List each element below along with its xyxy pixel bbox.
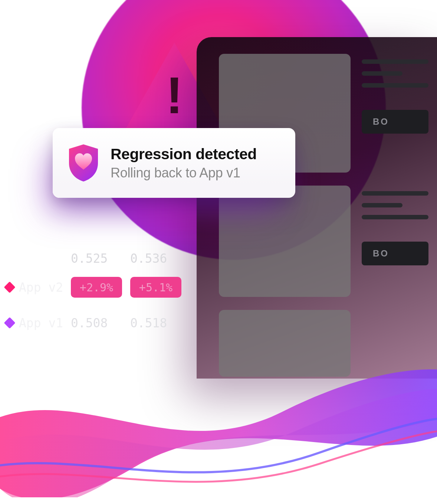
listing-image	[219, 310, 351, 377]
alert-subtitle: Rolling back to App v1	[111, 165, 257, 181]
metrics-table: 0.525 0.536 App v2 +2.9% +5.1% App v1 0.…	[3, 247, 190, 341]
metrics-row-app-v2: App v2 +2.9% +5.1%	[3, 269, 190, 305]
series-label: App v2	[19, 280, 71, 295]
placeholder-line	[362, 59, 428, 64]
placeholder-line	[362, 83, 428, 88]
metric-header: 0.536	[130, 251, 190, 266]
metric-value: 0.518	[130, 316, 190, 330]
series-marker-icon	[4, 281, 15, 293]
listing-meta: BO	[362, 59, 428, 134]
metric-header: 0.525	[71, 251, 130, 266]
book-button[interactable]: BO	[362, 242, 428, 265]
placeholder-line	[362, 203, 402, 207]
regression-alert-card: Regression detected Rolling back to App …	[53, 128, 295, 198]
app-mockup: BO BO	[197, 37, 437, 379]
alert-title: Regression detected	[111, 145, 257, 163]
series-marker-icon	[4, 317, 15, 328]
series-label: App v1	[19, 316, 71, 330]
shield-heart-icon	[68, 144, 99, 181]
listing-image	[219, 186, 351, 297]
delta-badge: +2.9%	[71, 277, 122, 298]
metrics-header-row: 0.525 0.536	[3, 247, 190, 269]
book-button[interactable]: BO	[362, 110, 428, 134]
svg-text:!: !	[166, 66, 183, 124]
placeholder-line	[362, 191, 428, 196]
metric-value: 0.508	[71, 316, 130, 330]
delta-badge: +5.1%	[130, 277, 181, 298]
metrics-row-app-v1: App v1 0.508 0.518	[3, 305, 190, 341]
placeholder-line	[362, 71, 402, 76]
illustration-stage: ! BO BO	[0, 0, 437, 504]
placeholder-line	[362, 215, 428, 219]
alert-text: Regression detected Rolling back to App …	[111, 145, 257, 181]
listing-meta: BO	[362, 191, 428, 265]
